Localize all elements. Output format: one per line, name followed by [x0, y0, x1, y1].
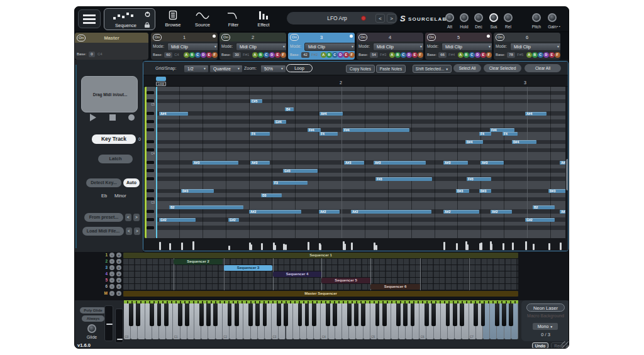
- roll-black-key-D#4[interactable]: [147, 140, 154, 143]
- tab-master[interactable]: OnMasterBase:0C4: [75, 33, 148, 60]
- roll-black-key-F#4[interactable]: [147, 128, 154, 131]
- velocity-bar[interactable]: [159, 242, 161, 250]
- black-key[interactable]: [305, 303, 309, 326]
- slot-button-F[interactable]: F: [555, 52, 560, 58]
- black-key[interactable]: [129, 303, 133, 326]
- slot-button-D[interactable]: D: [406, 52, 412, 58]
- black-key[interactable]: [213, 303, 218, 326]
- tab-mode-dropdown[interactable]: Midi Clip▼: [510, 43, 560, 51]
- knob-hold[interactable]: [460, 13, 469, 22]
- black-key[interactable]: [502, 303, 506, 326]
- slot-button-A[interactable]: A: [526, 52, 532, 58]
- midi-note[interactable]: F#4: [308, 128, 321, 132]
- black-key[interactable]: [136, 303, 140, 326]
- velocity-bar[interactable]: [480, 243, 482, 250]
- tab-seq-1[interactable]: On1Mode:Midi Clip▼Base:60C4ABCDEF: [151, 33, 218, 60]
- arr-plus-button[interactable]: +: [116, 291, 121, 296]
- midi-note[interactable]: F#3: [467, 177, 491, 181]
- play-button[interactable]: [90, 114, 96, 121]
- black-key[interactable]: [178, 303, 182, 326]
- tab-seq-5[interactable]: On5Mode:Midi Clip▼Base:66F#4ABCDEF: [425, 33, 492, 60]
- midi-note[interactable]: G#3: [283, 169, 318, 173]
- knob-dec[interactable]: [474, 13, 483, 22]
- tab-mode-dropdown[interactable]: Midi Clip▼: [304, 43, 355, 51]
- black-key[interactable]: [150, 303, 154, 326]
- midi-note[interactable]: F#4: [490, 128, 514, 132]
- black-key[interactable]: [206, 303, 211, 326]
- black-key[interactable]: [235, 303, 239, 326]
- select-all-button[interactable]: Select All: [453, 64, 481, 72]
- black-key[interactable]: [157, 303, 162, 326]
- macro-button[interactable]: Neon Laser: [526, 303, 565, 312]
- slot-button-C[interactable]: C: [538, 52, 543, 58]
- slot-button-C[interactable]: C: [264, 52, 269, 58]
- black-key[interactable]: [431, 303, 436, 326]
- midi-note[interactable]: G#2: [525, 218, 555, 222]
- velocity-bar[interactable]: [467, 244, 469, 250]
- arr-clip[interactable]: Sequencer 3: [224, 265, 272, 271]
- velocity-bar[interactable]: [308, 242, 309, 250]
- latch-button[interactable]: Latch: [98, 155, 133, 163]
- slot-button-A[interactable]: A: [458, 52, 464, 58]
- load-midi-next[interactable]: >: [134, 227, 140, 235]
- arr-clip[interactable]: Master Sequencer: [123, 291, 518, 297]
- playhead[interactable]: [156, 87, 157, 238]
- velocity-bar[interactable]: [274, 245, 276, 250]
- midi-note[interactable]: A#3: [344, 161, 364, 165]
- velocity-bar[interactable]: [548, 243, 550, 250]
- midi-note[interactable]: B2: [533, 205, 555, 209]
- loop-button[interactable]: Loop: [286, 64, 313, 72]
- midi-note[interactable]: F4: [319, 132, 338, 136]
- slot-button-E[interactable]: E: [275, 52, 280, 58]
- drag-midi-zone[interactable]: Drag Midi in/out...: [81, 76, 138, 112]
- black-key[interactable]: [446, 303, 450, 326]
- velocity-bar[interactable]: [344, 244, 346, 250]
- midi-note[interactable]: F3: [273, 181, 308, 185]
- load-midi-button[interactable]: Load Midi File...: [82, 227, 124, 236]
- tab-seq-3[interactable]: On3Mode:Midi Clip▼Base:42F#2ABCDEF: [288, 33, 355, 60]
- slot-button-B[interactable]: B: [532, 52, 538, 58]
- roll-scrollbar-thumb[interactable]: [566, 159, 569, 190]
- black-key[interactable]: [277, 303, 281, 326]
- velocity-bar[interactable]: [261, 243, 263, 250]
- black-key[interactable]: [298, 303, 303, 326]
- tab-seq-6[interactable]: On6Mode:Midi Clip▼Base:78F#5ABCDEF: [494, 33, 560, 60]
- midi-note[interactable]: D#4: [465, 140, 483, 144]
- velocity-lane[interactable]: [143, 238, 568, 252]
- slot-button-E[interactable]: E: [206, 52, 212, 58]
- slot-button-D[interactable]: D: [543, 52, 549, 58]
- knob-sus[interactable]: [489, 13, 498, 22]
- knob-att[interactable]: [445, 13, 454, 22]
- from-preset-button[interactable]: From preset...: [84, 213, 123, 222]
- slot-button-D[interactable]: D: [269, 52, 275, 58]
- slot-button-A[interactable]: A: [389, 52, 395, 58]
- keyboard[interactable]: C0C1C2C3C4C5C6C7: [124, 303, 518, 339]
- midi-note[interactable]: F4: [250, 132, 270, 136]
- roll-black-key-A#3[interactable]: [147, 161, 154, 164]
- tab-master-base-value[interactable]: 0: [89, 52, 95, 57]
- midi-note[interactable]: F4: [479, 132, 491, 136]
- black-key[interactable]: [347, 303, 352, 326]
- arr-plus-button[interactable]: +: [116, 278, 121, 283]
- load-midi-prev[interactable]: <: [126, 227, 132, 235]
- slot-button-E[interactable]: E: [480, 52, 486, 58]
- record-button[interactable]: [128, 114, 135, 121]
- velocity-bar[interactable]: [192, 241, 194, 250]
- from-preset-prev[interactable]: <: [125, 214, 131, 221]
- midi-note[interactable]: C#5: [250, 99, 262, 103]
- slot-button-C[interactable]: C: [401, 52, 406, 58]
- velocity-bar[interactable]: [351, 243, 353, 250]
- black-key[interactable]: [425, 303, 429, 326]
- midi-note[interactable]: A#2: [351, 210, 431, 214]
- arr-plus-button[interactable]: +: [116, 253, 121, 258]
- black-key[interactable]: [403, 303, 408, 326]
- velocity-bar[interactable]: [250, 244, 252, 250]
- midi-note[interactable]: D#3: [456, 189, 469, 193]
- detect-key-button[interactable]: Detect Key...: [86, 178, 121, 187]
- arr-minus-button[interactable]: -: [109, 265, 114, 270]
- tab-base-value[interactable]: 78: [507, 52, 515, 58]
- shift-selected-dropdown[interactable]: Shift Selected... ▼: [413, 65, 452, 73]
- slot-button-B[interactable]: B: [464, 52, 469, 58]
- black-key[interactable]: [228, 303, 232, 326]
- arr-plus-button[interactable]: +: [116, 265, 121, 270]
